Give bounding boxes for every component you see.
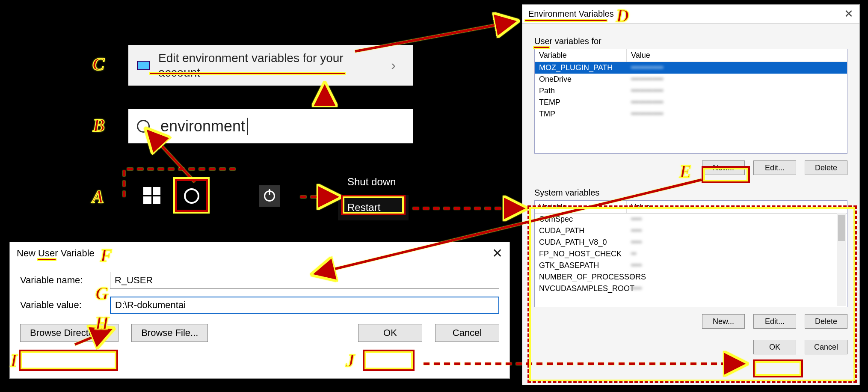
cortana-search-button[interactable] [178,182,205,210]
browse-file-button[interactable]: Browse File... [131,324,208,342]
table-row[interactable]: GTK_BASEPATH•••• [535,260,847,271]
table-row[interactable]: CUDA_PATH•••• [535,225,847,237]
search-icon [137,120,150,133]
variable-name-value: R_USER [115,275,153,286]
menu-item-restart[interactable]: Restart [338,195,409,220]
annotation-f: F [100,245,112,266]
power-button[interactable] [259,185,280,207]
scrollbar[interactable] [837,213,846,306]
user-new-button[interactable]: New... [702,160,745,175]
variable-name-input[interactable]: R_USER [110,272,499,289]
table-row[interactable]: Path•••••••••••• [535,85,847,97]
variable-value-value: D:\R-dokumentai [115,300,186,311]
annotation-g: G [95,283,108,304]
environment-variables-dialog: Environment Variables ✕ User variables f… [522,4,860,385]
new-var-cancel-button[interactable]: Cancel [435,324,499,342]
search-result-card[interactable]: Edit environment variables for your acco… [128,45,413,86]
table-row[interactable]: NUMBER_OF_PROCESSORS• [535,271,847,283]
new-var-title: New User Variable [17,248,95,259]
menu-item-shutdown[interactable]: Shut down [338,169,409,195]
taskbar [143,182,306,210]
user-vars-list[interactable]: Variable Value MOZ_PLUGIN_PATH••••••••••… [534,49,847,154]
text-cursor [247,118,248,135]
col-value[interactable]: Value [627,49,847,62]
close-icon[interactable]: ✕ [844,7,853,21]
env-cancel-button[interactable]: Cancel [805,340,847,354]
table-row[interactable]: TEMP•••••••••••• [535,97,847,108]
table-row[interactable]: OneDrive•••••••••••• [535,74,847,85]
new-var-ok-button[interactable]: OK [358,324,422,342]
table-row[interactable]: MOZ_PLUGIN_PATH•••••••••••• [535,62,847,74]
table-row[interactable]: ComSpec•••• [535,214,847,225]
power-icon [264,190,275,202]
annotation-a: A [92,187,104,207]
table-row[interactable]: CUDA_PATH_V8_0•••• [535,237,847,248]
power-menu: Shut down Restart [338,169,409,218]
annotation-d: D [616,6,629,26]
table-row[interactable]: TMP•••••••••••• [535,108,847,120]
user-edit-button[interactable]: Edit... [753,160,796,175]
annotation-j: J [346,350,355,371]
annotation-c: C [92,54,104,74]
annotation-h: H [95,313,109,333]
col-variable[interactable]: Variable [535,49,627,62]
env-ok-button[interactable]: OK [753,340,796,354]
search-result-text: Edit environment variables for your acco… [158,51,382,80]
user-delete-button[interactable]: Delete [805,160,847,175]
col-variable-sys[interactable]: Variable [535,201,627,213]
monitor-icon [137,61,150,70]
table-row[interactable]: FP_NO_HOST_CHECK•• [535,248,847,260]
user-vars-label: User variables for [534,36,847,46]
system-vars-label: System variables [534,188,847,198]
cortana-ring-icon [184,188,199,204]
system-edit-button[interactable]: Edit... [753,314,796,329]
col-value-sys[interactable]: Value [627,201,847,213]
annotation-i: I [10,350,17,371]
system-new-button[interactable]: New... [702,314,745,329]
variable-value-input[interactable]: D:\R-dokumentai [110,297,499,314]
system-delete-button[interactable]: Delete [805,314,847,329]
search-bar[interactable]: environment [128,109,413,143]
windows-start-icon[interactable] [143,187,160,204]
new-user-variable-dialog: New User Variable ✕ Variable name: R_USE… [9,242,510,379]
close-icon[interactable]: ✕ [492,246,503,261]
new-var-titlebar: New User Variable ✕ [10,242,510,264]
dialog-title: Environment Variables [528,9,614,19]
annotation-b: B [93,115,105,136]
annotation-e: E [679,161,691,182]
search-query: environment [160,117,245,135]
system-vars-list[interactable]: Variable Value ComSpec••••CUDA_PATH••••C… [534,200,847,307]
table-row[interactable]: NVCUDASAMPLES_ROOT•••• [535,283,847,294]
chevron-right-icon[interactable]: › [382,57,404,73]
